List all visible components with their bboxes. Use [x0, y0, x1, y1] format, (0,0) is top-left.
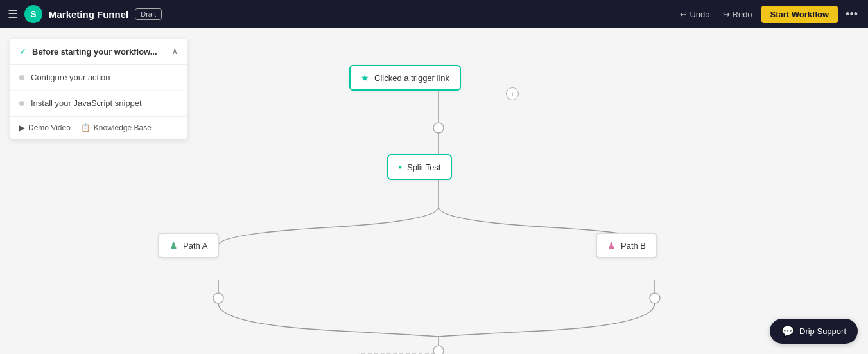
video-icon: ▶: [19, 123, 25, 132]
logo-letter: S: [30, 9, 36, 19]
redo-button[interactable]: ↪ Redo: [719, 7, 756, 22]
person-icon-b: ♟: [607, 240, 616, 251]
checklist-item-configure[interactable]: Configure your action: [10, 65, 187, 91]
redo-arrow-icon: ↪: [723, 10, 730, 19]
undo-label: Undo: [690, 10, 709, 19]
hamburger-icon[interactable]: ☰: [8, 7, 18, 21]
demo-video-link[interactable]: ▶ Demo Video: [19, 123, 71, 132]
demo-video-label: Demo Video: [28, 123, 71, 132]
book-icon: 📋: [81, 123, 91, 132]
svg-point-5: [213, 293, 223, 303]
trigger-node-label: Clicked a trigger link: [374, 73, 449, 83]
page-title: Marketing Funnel: [49, 9, 128, 20]
chevron-up-icon[interactable]: ∧: [172, 47, 178, 56]
checklist-item-javascript[interactable]: Install your JavaScript snippet: [10, 91, 187, 116]
path-b-node[interactable]: ♟ Path B: [596, 233, 657, 258]
split-test-label: Split Test: [407, 163, 441, 172]
drip-support-label: Drip Support: [799, 326, 846, 336]
main-area: ✓ Before starting your workflow... ∧ Con…: [0, 28, 868, 354]
checklist-header-left: ✓ Before starting your workflow...: [19, 46, 157, 57]
star-icon: ★: [361, 73, 369, 83]
redo-label: Redo: [733, 10, 752, 19]
path-a-node[interactable]: ♟ Path A: [158, 233, 219, 258]
checklist-title: Before starting your workflow...: [32, 47, 157, 57]
checklist-footer: ▶ Demo Video 📋 Knowledge Base: [10, 116, 187, 139]
trigger-node[interactable]: ★ Clicked a trigger link: [349, 65, 461, 91]
add-after-trigger-button[interactable]: +: [506, 87, 519, 100]
person-icon-a: ♟: [169, 240, 178, 251]
check-icon: ✓: [19, 46, 27, 57]
path-b-label: Path B: [621, 241, 646, 251]
topbar-right: ↩ Undo ↪ Redo Start Workflow •••: [676, 5, 860, 24]
topbar-left: ☰ S Marketing Funnel Draft: [8, 5, 162, 23]
dot-icon-configure: [19, 75, 24, 80]
drip-support-button[interactable]: 💬 Drip Support: [770, 319, 858, 344]
more-options-button[interactable]: •••: [843, 5, 860, 24]
draft-badge: Draft: [135, 8, 162, 20]
svg-point-9: [433, 346, 444, 354]
chat-icon: 💬: [781, 325, 794, 337]
svg-point-1: [433, 123, 444, 133]
logo-icon: S: [24, 5, 42, 23]
split-test-node[interactable]: ▪ Split Test: [387, 154, 452, 180]
knowledge-base-link[interactable]: 📋 Knowledge Base: [81, 123, 152, 132]
svg-point-7: [650, 293, 660, 303]
start-workflow-button[interactable]: Start Workflow: [761, 6, 838, 23]
dot-icon-javascript: [19, 101, 24, 106]
checklist-panel: ✓ Before starting your workflow... ∧ Con…: [10, 39, 187, 139]
bar-chart-icon: ▪: [399, 162, 402, 172]
checklist-header: ✓ Before starting your workflow... ∧: [10, 39, 187, 65]
javascript-snippet-label: Install your JavaScript snippet: [31, 98, 142, 108]
undo-button[interactable]: ↩ Undo: [676, 7, 713, 22]
knowledge-base-label: Knowledge Base: [94, 123, 152, 132]
topbar: ☰ S Marketing Funnel Draft ↩ Undo ↪ Redo…: [0, 0, 868, 28]
path-a-label: Path A: [183, 241, 207, 251]
undo-arrow-icon: ↩: [680, 10, 687, 19]
configure-action-label: Configure your action: [31, 73, 110, 82]
